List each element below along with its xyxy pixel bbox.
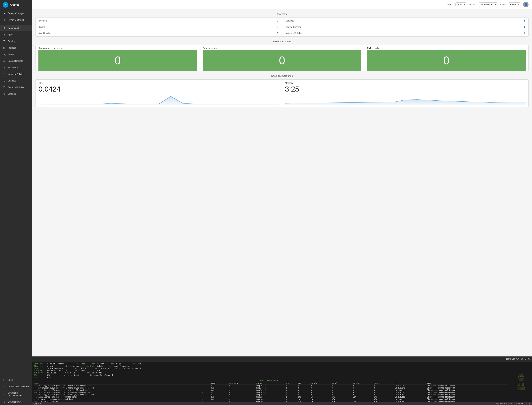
term-user-val: team-demo-user (47, 367, 63, 370)
running-pods-label: Running pods not ready (39, 47, 197, 49)
sealed-secrets-value[interactable]: 0 (524, 26, 525, 28)
view-label: view: (447, 3, 453, 6)
table-row[interactable]: docker-trigger-build-green-v0-1-mlkz2-fe… (34, 392, 508, 394)
logo: A Akamai (3, 2, 20, 8)
content-area: Inventory Projects 1 Services 4 Builds 4… (32, 9, 532, 357)
workloads-icon: ⊡ (3, 66, 6, 69)
builds-value[interactable]: 4 (277, 26, 278, 28)
term-k8srev-line: K8s Rev: v1.28.11 <?> Help <n> Show Node (34, 372, 508, 374)
utilization-grid: CPU 0.0424 (35, 79, 529, 107)
term-k8srev-val: v1.28.11 (47, 372, 56, 374)
sidebar-item-settings[interactable]: ⚙ Settings (0, 90, 32, 97)
sidebar-item-download-ca[interactable]: ↓ Download CA (0, 398, 32, 405)
workloads-value[interactable]: 5 (277, 32, 278, 34)
table-row[interactable]: el-gitea-webhook-ctg-demo-7cfd89d88-q24s… (34, 396, 508, 398)
col-status: STATUS (256, 382, 285, 385)
table-row[interactable]: docker-trigger-build-green-v0-1-mlkz2-bu… (34, 389, 508, 392)
term-sc-n: <n> (87, 372, 90, 374)
terminal-status-left: [0] k9s* (34, 403, 42, 405)
col-ip: IP (394, 382, 427, 385)
table-header-row: NAME PF READY RESTARTS STATUS CPU MEM %C… (34, 382, 508, 385)
collapse-button[interactable]: « (27, 3, 29, 7)
sidebar-item-workloads[interactable]: ⊡ Workloads (0, 64, 32, 71)
memory-chart (285, 95, 526, 105)
table-row[interactable]: el-gitea-webhook-green-c56dc95bd-dx6wz–2… (34, 398, 508, 400)
terminal-logo-panel: ╔╗╔╗ ╔╝╚╝╚╗ ╚╗╔╗╔╝ ╚╝╚╝ ╔╗ ╔╗ ╚╝ ╚╝ ╔╗╔╗… (510, 361, 532, 402)
terminal-delete-button[interactable]: 🗑 (521, 358, 523, 360)
terminal-logo: ╔╗╔╗ ╔╝╚╝╚╗ ╚╗╔╗╔╝ ╚╝╚╝ ╔╗ ╔╗ ╚╝ ╚╝ ╔╗╔╗… (517, 373, 525, 391)
term-context-key: Context: (34, 363, 46, 365)
table-row[interactable]: docker-trigger-build-green-v0-1-96dn6-gr… (34, 387, 508, 389)
network-policies-value[interactable]: 0 (524, 32, 525, 34)
table-row[interactable]: docker-trigger-build-green-v0-1-96dn6-fe… (34, 385, 508, 387)
col-memR: %MEM/R (352, 382, 373, 385)
cpu-label: CPU (39, 82, 279, 84)
col-ready: READY (210, 382, 229, 385)
resource-status-section: Resource Status Running pods not ready 0… (35, 40, 529, 71)
sidebar-item-download-dockercfg[interactable]: ↓ Download DOCKERCFG (0, 390, 32, 398)
revert-changes-button[interactable]: ↺ Revert Changes (0, 16, 32, 23)
pending-pods-value: 0 (203, 50, 361, 71)
topbar: view: team cluster: linode-demo team: de… (32, 0, 532, 9)
team-label: team: (500, 3, 506, 6)
inventory-projects: Projects 1 (36, 18, 282, 24)
cluster-select[interactable]: linode-demo (479, 2, 497, 7)
services-value[interactable]: 4 (524, 20, 525, 22)
term-sc-p: <p> (108, 365, 112, 367)
sidebar-item-dashboard[interactable]: ⊞ Dashboard (0, 25, 32, 31)
pods-table-body: docker-trigger-build-green-v0-1-96dn6-fe… (34, 385, 508, 403)
sidebar-item-shell[interactable]: >_ Shell (0, 377, 32, 383)
inventory-grid: Projects 1 Services 4 Builds 4 Sealed Se… (35, 18, 529, 37)
terminal-minimize-button[interactable]: ⌄ (524, 358, 526, 360)
col-cpu: CPU (285, 382, 297, 385)
terminal-scrollbar[interactable] (263, 359, 277, 359)
pending-pods-label: Pending pods (203, 47, 361, 49)
resource-status-grid: Running pods not ready 0 Pending pods 0 … (35, 45, 529, 71)
term-user-line: User: team-demo-user <2> default <d> Des… (34, 367, 508, 370)
term-k8srev-key: K8s Rev: (34, 372, 46, 374)
logo-text: Akamai (10, 3, 20, 7)
terminal-close-button[interactable]: ✕ (528, 358, 530, 360)
term-mem-key: MEM: (34, 376, 46, 378)
builds-label: Builds (39, 26, 45, 28)
term-sc-a: <a> (92, 363, 95, 365)
terminal-expand-button[interactable]: ⤢ (517, 358, 519, 360)
services-label: Services (286, 20, 294, 22)
term-sc-l: <l> (111, 363, 114, 365)
terminal[interactable]: team-admin ⤢ 🗑 ⌄ ✕ Context: default-cont… (32, 357, 532, 405)
sidebar: A Akamai « ▲ Deploy Changes ↺ Revert Cha… (0, 0, 32, 405)
col-restarts: RESTARTS (229, 382, 256, 385)
sidebar-item-services[interactable]: ⊙ Services (0, 77, 32, 84)
projects-value[interactable]: 1 (277, 20, 278, 22)
resource-utilization-section: Resource Utilization CPU 0.0424 (35, 74, 529, 107)
settings-icon: ⚙ (3, 92, 6, 95)
shell-icon: >_ (3, 378, 6, 381)
deploy-icon: ▲ (3, 12, 6, 15)
sidebar-logo: A Akamai « (0, 0, 32, 10)
sidebar-item-sealed-secrets[interactable]: 🔒 Sealed Secrets (0, 58, 32, 64)
sidebar-item-apps[interactable]: ⊠ Apps (0, 31, 32, 38)
terminal-bottom-bar: [0] k9s* "tty-admin-oto-mi" 13:12 08-Jul… (32, 402, 532, 405)
term-cluster-key: Cluster: (34, 365, 46, 367)
resource-status-title: Resource Status (35, 40, 529, 43)
user-avatar[interactable]: 👤 (523, 2, 529, 7)
table-row[interactable]: docker-trigger-build-green-v0-1-mlkz2-gr… (34, 394, 508, 396)
terminal-controls: ⤢ 🗑 ⌄ ✕ (517, 358, 530, 360)
download-ca-icon: ↓ (3, 400, 6, 403)
sidebar-item-download-kubecfg[interactable]: ↓ Download KUBECFG (0, 383, 32, 390)
sidebar-item-security-policies[interactable]: 🛡 Security Policies (0, 84, 32, 90)
resource-utilization-title: Resource Utilization (35, 74, 529, 77)
inventory-services: Services 4 (282, 18, 529, 24)
term-context-val: default-context (47, 363, 64, 365)
sidebar-item-network-policies[interactable]: ⬡ Network Policies (0, 71, 32, 77)
term-mem-val: 65% (47, 376, 51, 378)
deploy-changes-button[interactable]: ▲ Deploy Changes (0, 10, 32, 16)
sidebar-item-builds[interactable]: 🔧 Builds (0, 51, 32, 58)
sidebar-item-catalog[interactable]: ☰ Catalog (0, 38, 32, 44)
table-row[interactable]: petclinic-7ffbd5c78-fbd7s–2/20Running357… (34, 400, 508, 402)
sidebar-item-projects[interactable]: ◫ Projects (0, 44, 32, 51)
pending-pods-card: Pending pods 0 (200, 45, 364, 71)
view-select[interactable]: team (455, 2, 466, 7)
team-select[interactable]: demo (509, 2, 520, 7)
col-node: NODE (427, 382, 508, 385)
